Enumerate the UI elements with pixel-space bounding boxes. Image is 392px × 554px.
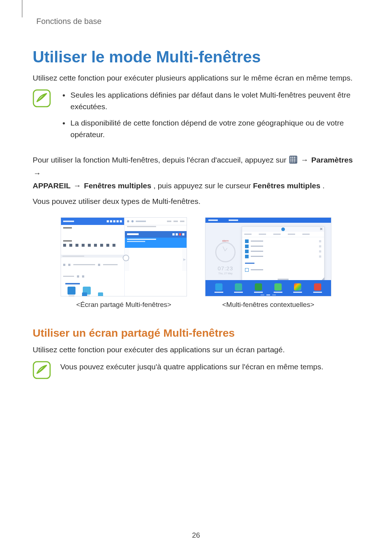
- popup-window: [242, 226, 324, 282]
- instr-part6: .: [322, 181, 324, 190]
- svg-rect-12: [294, 160, 295, 161]
- note-block-1: Seules les applications définies par déf…: [33, 89, 359, 145]
- close-icon: [320, 227, 323, 230]
- instr-fenetres2: Fenêtres multiples: [253, 181, 320, 190]
- page-title: Utiliser le mode Multi-fenêtres: [33, 48, 359, 66]
- document-page: Fonctions de base Utiliser le mode Multi…: [0, 0, 392, 554]
- note-icon: [33, 361, 51, 379]
- figure-split-caption: <Écran partagé Multi-fenêtres>: [76, 301, 171, 309]
- svg-rect-6: [290, 159, 291, 160]
- figure-split-screen: ◀▶ <Écran partagé Multi-fenêtres>: [61, 217, 187, 309]
- arrow-2: →: [33, 169, 42, 177]
- figure-popup-window-image: alarm 07:23 Thu, 27 May: [205, 217, 331, 296]
- instr-appareil: APPAREIL: [33, 181, 71, 190]
- note-bullet-1: Seules les applications définies par déf…: [60, 89, 359, 112]
- clock-label: alarm: [213, 239, 238, 242]
- svg-rect-8: [294, 159, 295, 160]
- svg-rect-13: [296, 160, 296, 161]
- instr-part1: Pour utiliser la fonction Multi-fenêtres…: [33, 156, 289, 164]
- note-bullet-list: Seules les applications définies par déf…: [60, 89, 359, 140]
- note-body-2: Vous pouvez exécuter jusqu'à quatre appl…: [60, 361, 359, 373]
- svg-rect-7: [292, 159, 293, 160]
- sub-intro-paragraph: Utilisez cette fonction pour exécuter de…: [33, 344, 359, 355]
- svg-rect-5: [296, 157, 296, 158]
- popup-handle-icon: [281, 227, 285, 231]
- left-margin-rule: [22, 0, 23, 17]
- svg-rect-14: [290, 162, 291, 163]
- note-bullet-2: La disponibilité de cette fonction dépen…: [60, 117, 359, 140]
- svg-rect-9: [296, 159, 296, 160]
- section-header: Fonctions de base: [36, 17, 359, 26]
- instruction-paragraph: Pour utiliser la fonction Multi-fenêtres…: [33, 154, 359, 192]
- figures-row: ◀▶ <Écran partagé Multi-fenêtres> alarm …: [33, 217, 359, 309]
- types-paragraph: Vous pouvez utiliser deux types de Multi…: [33, 196, 359, 207]
- page-number: 26: [0, 531, 392, 539]
- arrow-1: →: [300, 156, 311, 164]
- note-block-2: Vous pouvez exécuter jusqu'à quatre appl…: [33, 361, 359, 379]
- figure-popup-window: alarm 07:23 Thu, 27 May: [205, 217, 331, 309]
- subheading: Utiliser un écran partagé Multi-fenêtres: [33, 327, 359, 339]
- instr-settings: Paramètres: [311, 156, 353, 164]
- split-handle-icon: [123, 255, 129, 261]
- svg-rect-11: [292, 160, 293, 161]
- note-icon: [33, 89, 51, 107]
- clock-time: 07:23: [213, 265, 238, 271]
- note-2-text: Vous pouvez exécuter jusqu'à quatre appl…: [60, 362, 323, 371]
- figure-split-screen-image: ◀▶: [61, 217, 187, 296]
- svg-rect-15: [292, 162, 293, 163]
- clock-date: Thu, 27 May: [213, 272, 238, 275]
- arrow-3: →: [73, 181, 84, 190]
- instr-part4: , puis appuyez sur le curseur: [154, 181, 253, 190]
- svg-rect-10: [290, 160, 291, 161]
- note-icon-svg: [33, 89, 51, 107]
- note-icon-svg: [33, 361, 51, 379]
- svg-rect-16: [294, 162, 295, 163]
- intro-paragraph: Utilisez cette fonction pour exécuter pl…: [33, 73, 359, 83]
- instr-fenetres1: Fenêtres multiples: [84, 181, 151, 190]
- apps-grid-icon: [289, 155, 297, 167]
- svg-rect-2: [290, 157, 291, 158]
- svg-rect-3: [292, 157, 293, 158]
- svg-rect-4: [294, 157, 295, 158]
- clock-icon: [215, 242, 236, 262]
- note-body-1: Seules les applications définies par déf…: [60, 89, 359, 145]
- figure-popup-caption: <Multi-fenêtres contextuelles>: [222, 301, 314, 309]
